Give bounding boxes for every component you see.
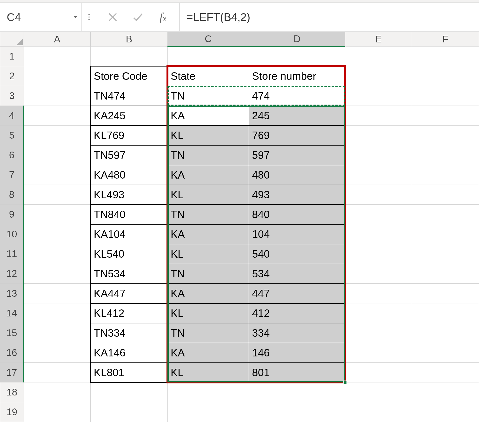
row-header-9[interactable]: 9 (0, 205, 24, 224)
cell[interactable] (412, 185, 479, 205)
cell[interactable] (24, 382, 91, 402)
grid[interactable]: A B C D E F 12Store CodeStateStore numbe… (0, 32, 479, 422)
cell[interactable] (345, 224, 412, 244)
cell[interactable]: KL493 (91, 185, 167, 205)
col-header-e[interactable]: E (345, 32, 412, 47)
cell[interactable]: 840 (249, 205, 345, 224)
cell[interactable] (345, 126, 412, 145)
cell[interactable] (412, 106, 479, 126)
cell[interactable] (412, 382, 479, 402)
cell[interactable]: 597 (249, 145, 345, 165)
col-header-b[interactable]: B (91, 32, 167, 47)
cell[interactable]: Store number (249, 66, 345, 86)
cell[interactable] (412, 145, 479, 165)
cell[interactable] (24, 165, 91, 185)
cell[interactable] (345, 185, 412, 205)
cell[interactable] (24, 244, 91, 264)
dropdown-icon[interactable] (73, 16, 78, 18)
cell[interactable]: 769 (249, 126, 345, 145)
cell[interactable]: TN474 (91, 86, 167, 106)
row-header-10[interactable]: 10 (0, 224, 24, 244)
cell[interactable]: 493 (249, 185, 345, 205)
cell[interactable]: 104 (249, 224, 345, 244)
cell[interactable]: KA (167, 343, 249, 363)
cell[interactable] (24, 343, 91, 363)
cell[interactable] (412, 264, 479, 284)
cell[interactable] (24, 185, 91, 205)
row-header-6[interactable]: 6 (0, 145, 24, 165)
cell[interactable] (412, 343, 479, 363)
row-header-15[interactable]: 15 (0, 323, 24, 343)
row-header-2[interactable]: 2 (0, 66, 24, 86)
formula-input[interactable]: =LEFT(B4,2) (180, 3, 479, 31)
cell[interactable] (412, 303, 479, 323)
cell[interactable] (345, 363, 412, 382)
cell[interactable]: 334 (249, 323, 345, 343)
cell[interactable] (24, 66, 91, 86)
col-header-a[interactable]: A (24, 32, 91, 47)
cell[interactable]: KL540 (91, 244, 167, 264)
cell[interactable] (91, 382, 167, 402)
cell[interactable] (345, 86, 412, 106)
cell[interactable] (345, 47, 412, 66)
cell[interactable]: KL801 (91, 363, 167, 382)
row-header-18[interactable]: 18 (0, 382, 24, 402)
row-header-13[interactable]: 13 (0, 284, 24, 303)
enter-icon[interactable] (131, 10, 145, 24)
cell[interactable] (91, 402, 167, 422)
cell[interactable] (412, 205, 479, 224)
cell[interactable] (345, 343, 412, 363)
col-header-f[interactable]: F (412, 32, 479, 47)
cell[interactable] (345, 382, 412, 402)
cell[interactable] (345, 66, 412, 86)
cell[interactable]: KL (167, 363, 249, 382)
cell[interactable] (412, 66, 479, 86)
cell[interactable]: 534 (249, 264, 345, 284)
cell[interactable]: KA (167, 224, 249, 244)
cell[interactable] (345, 303, 412, 323)
cell[interactable] (345, 145, 412, 165)
cell[interactable]: TN534 (91, 264, 167, 284)
cell[interactable]: State (167, 66, 249, 86)
cell[interactable] (345, 165, 412, 185)
cell[interactable] (249, 47, 345, 66)
cell[interactable] (412, 224, 479, 244)
cell[interactable] (345, 284, 412, 303)
cell[interactable]: 447 (249, 284, 345, 303)
cell[interactable] (412, 47, 479, 66)
cell[interactable]: KA (167, 106, 249, 126)
cell[interactable]: 801 (249, 363, 345, 382)
cell[interactable] (345, 106, 412, 126)
cell[interactable]: TN (167, 86, 249, 106)
cell[interactable] (345, 205, 412, 224)
name-box-resize-handle[interactable] (82, 3, 96, 31)
row-header-16[interactable]: 16 (0, 343, 24, 363)
row-header-5[interactable]: 5 (0, 126, 24, 145)
row-header-14[interactable]: 14 (0, 303, 24, 323)
cell[interactable] (249, 382, 345, 402)
cell[interactable] (24, 323, 91, 343)
cell[interactable]: KA104 (91, 224, 167, 244)
cell[interactable]: KA (167, 284, 249, 303)
cell[interactable]: 474 (249, 86, 345, 106)
cell[interactable] (91, 47, 167, 66)
cell[interactable] (167, 402, 249, 422)
row-header-3[interactable]: 3 (0, 86, 24, 106)
row-header-7[interactable]: 7 (0, 165, 24, 185)
cell[interactable] (345, 402, 412, 422)
cell[interactable]: 412 (249, 303, 345, 323)
cell[interactable] (24, 303, 91, 323)
cell[interactable]: KL769 (91, 126, 167, 145)
cell[interactable] (167, 382, 249, 402)
cell[interactable] (412, 363, 479, 382)
cell[interactable]: KL (167, 244, 249, 264)
cell[interactable] (24, 224, 91, 244)
cell[interactable] (345, 264, 412, 284)
col-header-d[interactable]: D (249, 32, 345, 47)
cell[interactable] (24, 106, 91, 126)
cancel-icon[interactable] (106, 10, 120, 24)
cell[interactable] (412, 323, 479, 343)
cell[interactable]: KL (167, 126, 249, 145)
cell[interactable] (24, 402, 91, 422)
cell[interactable] (412, 402, 479, 422)
